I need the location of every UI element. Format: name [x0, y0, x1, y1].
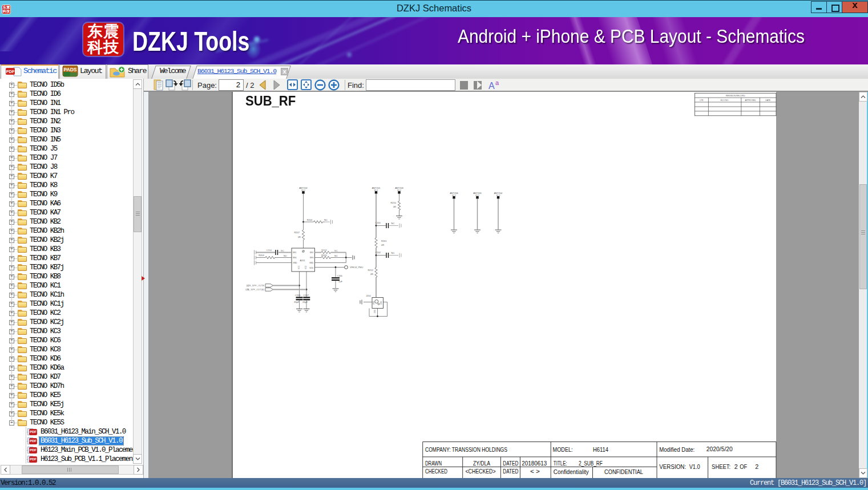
svg-text:VFE18_PMU: VFE18_PMU	[350, 266, 363, 269]
svg-text:NC: NC	[281, 249, 284, 252]
svg-text:MODEL:: MODEL:	[553, 446, 573, 453]
svg-text:GND: GND	[373, 301, 375, 305]
svg-text:GND: GND	[380, 301, 382, 305]
svg-text:NC: NC	[324, 218, 328, 221]
svg-text:PDF: PDF	[6, 69, 15, 74]
svg-text:DATE: DATE	[765, 99, 771, 102]
svg-text:K1.2: K1.2	[475, 195, 479, 197]
svg-text:DRAWN: DRAWN	[425, 460, 442, 467]
svg-text:Modified Date:: Modified Date:	[659, 446, 695, 453]
svg-text:[7]: [7]	[247, 289, 249, 291]
svg-text:Confidentiality: Confidentiality	[554, 468, 589, 475]
svg-text:C202: C202	[375, 251, 381, 254]
svg-text:C207: C207	[304, 294, 309, 297]
svg-text:a: a	[495, 80, 499, 86]
svg-text:0R: 0R	[298, 236, 301, 238]
svg-text:GND: GND	[374, 310, 376, 313]
svg-text:J201: J201	[366, 294, 371, 297]
svg-text:RF2: RF2	[310, 252, 314, 254]
svg-text:GND: GND	[309, 262, 314, 264]
svg-text:RF3: RF3	[310, 257, 314, 259]
svg-text:TITLE:: TITLE:	[554, 460, 567, 467]
svg-text:REVISION RECORD: REVISION RECORD	[726, 95, 745, 97]
svg-text:RF1: RF1	[293, 252, 297, 254]
svg-text:COMPANY: TRANSSION HOLDINGS: COMPANY: TRANSSION HOLDINGS	[425, 446, 507, 453]
svg-text:NC: NC	[284, 254, 287, 257]
svg-text:0R: 0R	[393, 205, 396, 208]
svg-text:V1.0: V1.0	[689, 463, 700, 470]
svg-text:R204: R204	[307, 218, 313, 221]
svg-text:R207: R207	[294, 231, 300, 234]
svg-text:K1.2: K1.2	[496, 195, 500, 197]
svg-text:[1]: [1]	[247, 285, 249, 287]
svg-text:A: A	[488, 81, 495, 91]
svg-text:R203: R203	[259, 254, 264, 257]
svg-text:33pF: 33pF	[302, 301, 308, 303]
svg-text:VDD: VDD	[309, 267, 314, 269]
svg-text:C204: C204	[266, 249, 272, 252]
svg-text:2_SUB_RF: 2_SUB_RF	[579, 460, 603, 467]
svg-text:C201: C201	[375, 221, 381, 224]
svg-text:DATED: DATED	[503, 468, 518, 475]
svg-text:C206: C206	[295, 294, 301, 297]
svg-text:LTR: LTR	[700, 99, 704, 102]
svg-text:R209: R209	[321, 249, 327, 252]
svg-text:R205: R205	[321, 254, 327, 257]
svg-text:R210: R210	[390, 201, 396, 204]
svg-text:NC: NC	[391, 222, 395, 225]
svg-text:OF: OF	[740, 463, 747, 470]
svg-text:VC1: VC1	[298, 266, 300, 269]
svg-text:H6114: H6114	[593, 446, 608, 453]
svg-text:0R: 0R	[381, 244, 384, 246]
svg-text:33pF: 33pF	[294, 301, 300, 303]
svg-text:< >: < >	[530, 468, 540, 475]
svg-text:DATED: DATED	[503, 460, 518, 467]
svg-text:VERSION:: VERSION:	[659, 463, 686, 470]
svg-text:20180613: 20180613	[522, 460, 547, 467]
svg-text:K1.2: K1.2	[452, 195, 456, 197]
svg-text:0R: 0R	[370, 273, 373, 276]
svg-text:2020/5/20: 2020/5/20	[706, 446, 733, 452]
svg-text:ZY/DLA: ZY/DLA	[473, 460, 490, 467]
svg-text:ECO NO:: ECO NO:	[721, 99, 729, 102]
svg-text:C205: C205	[337, 274, 343, 277]
svg-text:VC2: VC2	[305, 266, 307, 269]
svg-text:2: 2	[734, 463, 738, 470]
svg-text:<CHECKED>: <CHECKED>	[466, 468, 496, 475]
svg-text:CONFIDENTIAL: CONFIDENTIAL	[604, 468, 643, 475]
svg-text:1uF: 1uF	[338, 280, 342, 283]
svg-text:NC: NC	[391, 252, 395, 254]
svg-text:CHECKED: CHECKED	[425, 468, 447, 475]
svg-text:RF4: RF4	[293, 257, 297, 259]
svg-text:R201: R201	[381, 240, 387, 242]
svg-text:APPROVED: APPROVED	[745, 99, 756, 102]
svg-text:2: 2	[755, 463, 758, 470]
svg-text:NC: NC	[334, 249, 338, 252]
svg-text:R212: R212	[368, 269, 373, 272]
svg-text:PADS: PADS	[64, 67, 77, 72]
svg-text:LTE_SPF_OUTB: LTE_SPF_OUTB	[247, 284, 265, 287]
svg-text:GND: GND	[293, 262, 297, 264]
svg-text:NC: NC	[334, 254, 338, 257]
svg-text:SHEET:: SHEET:	[712, 463, 730, 470]
svg-text:A201: A201	[300, 260, 305, 262]
